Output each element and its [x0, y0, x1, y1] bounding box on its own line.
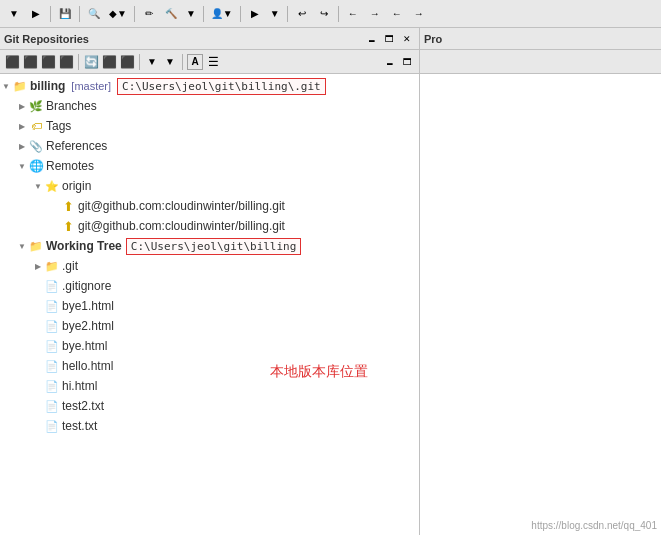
tree-container[interactable]: ▼ 📁 billing [master] C:\Users\jeol\git\b…	[0, 74, 419, 535]
refs-icon: 📎	[28, 138, 44, 154]
toolbar-dropdown-1[interactable]: ◆▼	[106, 7, 130, 20]
hi-icon: 📄	[44, 378, 60, 394]
tags-label: Tags	[44, 119, 71, 133]
toolbar-next2[interactable]: →	[409, 4, 429, 24]
toolbar-dropdown-3[interactable]: ▼	[267, 7, 283, 20]
remotes-icon: 🌐	[28, 158, 44, 174]
branches-toggle[interactable]: ▶	[16, 100, 28, 112]
hi-label: hi.html	[60, 379, 97, 393]
h-icon: 📄	[44, 358, 60, 374]
remotes-toggle[interactable]: ▼	[16, 160, 28, 172]
dg-label: .git	[60, 259, 78, 273]
toolbar-btn-1[interactable]: ▼	[4, 4, 24, 24]
toolbar-next[interactable]: →	[365, 4, 385, 24]
by-icon: 📄	[44, 338, 60, 354]
stb-refresh[interactable]: 🔄	[83, 54, 99, 70]
minimize-panel-btn[interactable]: 🗕	[363, 31, 379, 47]
stb-btn6[interactable]: ⬛	[119, 54, 135, 70]
tree-item-references[interactable]: ▶ 📎 References	[0, 136, 419, 156]
panel-title: Git Repositories	[4, 33, 89, 45]
b1-toggle	[32, 300, 44, 312]
refs-toggle[interactable]: ▶	[16, 140, 28, 152]
hi-toggle	[32, 380, 44, 392]
stb-btn7[interactable]: ☰	[205, 54, 221, 70]
tree-item-billing[interactable]: ▼ 📁 billing [master] C:\Users\jeol\git\b…	[0, 76, 419, 96]
toolbar-back[interactable]: ↩	[292, 4, 312, 24]
left-panel: Git Repositories 🗕 🗖 ✕ ⬛ ⬛ ⬛ ⬛ 🔄 ⬛ ⬛ ▼ ▼…	[0, 28, 420, 535]
t2-icon: 📄	[44, 398, 60, 414]
separator-7	[338, 6, 339, 22]
tags-icon: 🏷	[28, 118, 44, 134]
tree-item-origin[interactable]: ▼ ⭐ origin	[0, 176, 419, 196]
tree-item-remotes[interactable]: ▼ 🌐 Remotes	[0, 156, 419, 176]
t-label: test.txt	[60, 419, 97, 433]
watermark: https://blog.csdn.net/qq_401	[531, 520, 657, 531]
toolbar-prev2[interactable]: ←	[387, 4, 407, 24]
toolbar-btn-2[interactable]: ▶	[26, 4, 46, 24]
stb-btn2[interactable]: ⬛	[22, 54, 38, 70]
tree-item-working-tree[interactable]: ▼ 📁 Working Tree C:\Users\jeol\git\billi…	[0, 236, 419, 256]
git-repos-header: Git Repositories 🗕 🗖 ✕	[0, 28, 419, 50]
maximize-panel-btn[interactable]: 🗖	[381, 31, 397, 47]
wt-icon: 📁	[28, 238, 44, 254]
tree-item-dot-git[interactable]: ▶ 📁 .git	[0, 256, 419, 276]
push-toggle	[48, 220, 60, 232]
tree-item-bye[interactable]: 📄 bye.html	[0, 336, 419, 356]
t-icon: 📄	[44, 418, 60, 434]
tree-item-origin-fetch[interactable]: ⬆ git@github.com:cloudinwinter/billing.g…	[0, 196, 419, 216]
stb-dropdown1[interactable]: ▼	[144, 54, 160, 70]
tags-toggle[interactable]: ▶	[16, 120, 28, 132]
billing-toggle[interactable]: ▼	[0, 80, 12, 92]
stb-btn3[interactable]: ⬛	[40, 54, 56, 70]
main-layout: Git Repositories 🗕 🗖 ✕ ⬛ ⬛ ⬛ ⬛ 🔄 ⬛ ⬛ ▼ ▼…	[0, 28, 661, 535]
toolbar-forward[interactable]: ↪	[314, 4, 334, 24]
dg-icon: 📁	[44, 258, 60, 274]
stb-text[interactable]: A	[187, 54, 203, 70]
h-label: hello.html	[60, 359, 113, 373]
tree-item-test2[interactable]: 📄 test2.txt	[0, 396, 419, 416]
toolbar-user[interactable]: 👤▼	[208, 7, 236, 20]
branches-label: Branches	[44, 99, 97, 113]
stb-dropdown2[interactable]: ▼	[162, 54, 178, 70]
toolbar-edit[interactable]: ✏	[139, 4, 159, 24]
tree-item-gitignore[interactable]: 📄 .gitignore	[0, 276, 419, 296]
tree-item-test[interactable]: 📄 test.txt	[0, 416, 419, 436]
fetch-label: git@github.com:cloudinwinter/billing.git	[76, 199, 285, 213]
tree-item-tags[interactable]: ▶ 🏷 Tags	[0, 116, 419, 136]
toolbar-prev[interactable]: ←	[343, 4, 363, 24]
tree-item-bye1[interactable]: 📄 bye1.html	[0, 296, 419, 316]
stb-sep1	[78, 54, 79, 70]
b1-label: bye1.html	[60, 299, 114, 313]
toolbar-build[interactable]: 🔨	[161, 4, 181, 24]
stb-sep3	[182, 54, 183, 70]
right-toolbar	[420, 50, 661, 74]
separator-3	[134, 6, 135, 22]
billing-icon: 📁	[12, 78, 28, 94]
origin-toggle[interactable]: ▼	[32, 180, 44, 192]
separator-5	[240, 6, 241, 22]
b2-icon: 📄	[44, 318, 60, 334]
toolbar-search[interactable]: 🔍	[84, 4, 104, 24]
origin-label: origin	[60, 179, 91, 193]
toolbar-run[interactable]: ▶	[245, 4, 265, 24]
stb-maximize[interactable]: 🗖	[399, 54, 415, 70]
fetch-icon: ⬆	[60, 198, 76, 214]
stb-btn4[interactable]: ⬛	[58, 54, 74, 70]
b2-label: bye2.html	[60, 319, 114, 333]
stb-sep2	[139, 54, 140, 70]
separator-6	[287, 6, 288, 22]
refs-label: References	[44, 139, 107, 153]
working-tree-path: C:\Users\jeol\git\billing	[126, 238, 302, 255]
second-toolbar: ⬛ ⬛ ⬛ ⬛ 🔄 ⬛ ⬛ ▼ ▼ A ☰ 🗕 🗖	[0, 50, 419, 74]
tree-item-origin-push[interactable]: ⬆ git@github.com:cloudinwinter/billing.g…	[0, 216, 419, 236]
toolbar-dropdown-2[interactable]: ▼	[183, 7, 199, 20]
stb-btn5[interactable]: ⬛	[101, 54, 117, 70]
tree-item-bye2[interactable]: 📄 bye2.html	[0, 316, 419, 336]
dg-toggle[interactable]: ▶	[32, 260, 44, 272]
stb-minimize[interactable]: 🗕	[381, 54, 397, 70]
toolbar-save[interactable]: 💾	[55, 4, 75, 24]
tree-item-branches[interactable]: ▶ 🌿 Branches	[0, 96, 419, 116]
stb-btn1[interactable]: ⬛	[4, 54, 20, 70]
close-panel-btn[interactable]: ✕	[399, 31, 415, 47]
wt-toggle[interactable]: ▼	[16, 240, 28, 252]
